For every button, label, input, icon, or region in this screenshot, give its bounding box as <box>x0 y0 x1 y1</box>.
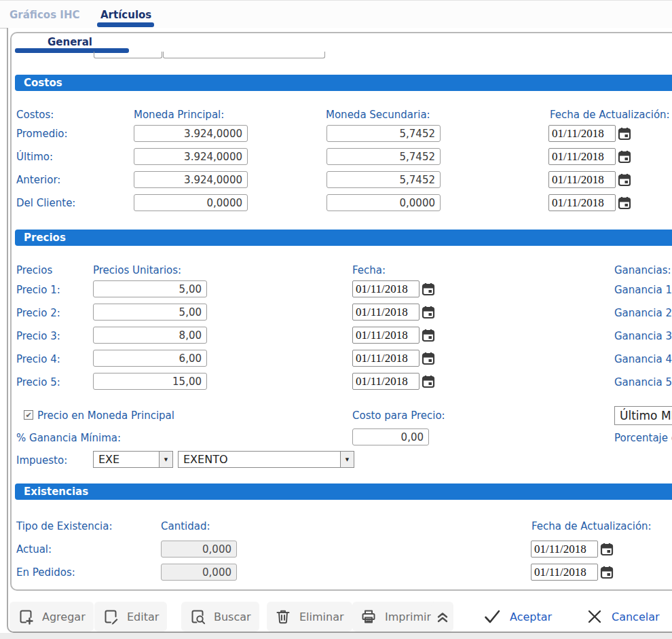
calendar-icon[interactable] <box>422 375 435 388</box>
document-search-icon <box>189 608 206 625</box>
imprimir-button[interactable]: Imprimir <box>352 602 439 632</box>
costo-para-precio-label: Costo para Precio: <box>352 409 445 422</box>
costo-cliente-ms-input[interactable]: 0,0000 <box>326 194 441 211</box>
double-chevron-up-icon <box>434 608 451 625</box>
trash-icon <box>274 608 292 625</box>
tab-graficos-ihc[interactable]: Gráficos IHC <box>10 9 79 21</box>
page-background-band <box>0 633 672 639</box>
eliminar-button[interactable]: Eliminar <box>267 602 352 632</box>
precio-row-label: Precio 2: <box>16 307 60 319</box>
existencia-actual-fecha-input[interactable]: 01/11/2018 <box>531 541 598 558</box>
aceptar-button[interactable]: Aceptar <box>482 602 552 632</box>
dropdown-arrow-icon[interactable] <box>340 452 354 467</box>
precios-col-label: Precios <box>16 264 52 276</box>
costo-ultimo-fecha-input[interactable]: 01/11/2018 <box>548 148 616 165</box>
tab-general[interactable]: General <box>48 36 92 48</box>
calendar-icon[interactable] <box>422 329 435 342</box>
check-icon <box>482 606 502 627</box>
buscar-label: Buscar <box>214 610 251 623</box>
articulos-window: Gráficos IHC Artículos General Costos Co… <box>0 0 672 639</box>
existencia-pedidos-fecha-input[interactable]: 01/11/2018 <box>531 564 598 581</box>
costo-anterior-ms-input[interactable]: 5,7452 <box>326 171 441 188</box>
impuesto-codigo-combo[interactable]: EXE <box>93 451 173 468</box>
buscar-button[interactable]: Buscar <box>181 602 259 632</box>
precio-row-label: Precio 3: <box>16 330 60 342</box>
existencia-actual-fecha: 01/11/2018 <box>531 541 614 558</box>
calendar-icon[interactable] <box>618 127 631 141</box>
costo-para-precio-select[interactable]: Último MP <box>614 406 672 425</box>
precio-2-fecha: 01/11/2018 <box>352 304 435 321</box>
costo-ultimo-ms-input[interactable]: 5,7452 <box>326 148 441 165</box>
precio-5-fecha-input[interactable]: 01/11/2018 <box>352 373 419 390</box>
costos-row-label: Del Cliente: <box>16 197 75 209</box>
costo-promedio-ms-input[interactable]: 5,7452 <box>326 125 441 142</box>
precios-col-fecha: Fecha: <box>352 264 386 276</box>
precio-1-input[interactable]: 5,00 <box>93 280 207 297</box>
existencia-row-label: En Pedidos: <box>16 566 75 579</box>
precios-col-unitarios: Precios Unitarios: <box>93 264 181 276</box>
costo-ultimo-mp-input[interactable]: 3.924,0000 <box>134 148 248 165</box>
costo-promedio-fecha-input[interactable]: 01/11/2018 <box>548 125 616 142</box>
precio-4-fecha-input[interactable]: 01/11/2018 <box>352 350 419 367</box>
existencia-actual-input: 0,000 <box>161 541 237 558</box>
precio-4-fecha: 01/11/2018 <box>352 350 435 367</box>
calendar-icon[interactable] <box>422 282 435 296</box>
precios-section-header: Precios <box>15 230 672 246</box>
precio-1-fecha-input[interactable]: 01/11/2018 <box>352 280 419 297</box>
impuesto-descripcion-combo[interactable]: EXENTO <box>178 451 354 468</box>
calendar-icon[interactable] <box>600 566 614 579</box>
existencias-section-title: Existencias <box>24 486 88 498</box>
existencias-section-header: Existencias <box>15 483 672 500</box>
calendar-icon[interactable] <box>422 352 435 365</box>
existencias-col-cantidad: Cantidad: <box>161 520 210 532</box>
costo-cliente-fecha: 01/11/2018 <box>548 194 631 211</box>
costos-col-moneda-secundaria: Moneda Secundaria: <box>326 109 430 121</box>
costos-col-moneda-principal: Moneda Principal: <box>134 109 224 121</box>
precio-moneda-principal-label: Precio en Moneda Principal <box>37 409 174 422</box>
calendar-icon[interactable] <box>422 306 435 319</box>
precio-3-input[interactable]: 8,00 <box>93 327 207 344</box>
impuesto-codigo-value: EXE <box>94 452 159 467</box>
costos-row-label: Anterior: <box>16 174 60 186</box>
existencias-col-tipo: Tipo de Existencia: <box>16 520 112 532</box>
dropdown-arrow-icon[interactable] <box>159 452 172 467</box>
precio-5-fecha: 01/11/2018 <box>352 373 435 390</box>
costo-anterior-fecha-input[interactable]: 01/11/2018 <box>548 171 616 188</box>
precios-section-title: Precios <box>24 232 66 244</box>
precio-5-input[interactable]: 15,00 <box>93 373 207 390</box>
calendar-icon[interactable] <box>600 543 614 556</box>
tab-articulos[interactable]: Artículos <box>100 9 151 21</box>
ganancia-row-label: Ganancia 3: <box>614 330 672 342</box>
precio-row-label: Precio 5: <box>16 376 60 388</box>
close-icon <box>585 607 604 626</box>
costo-promedio-fecha: 01/11/2018 <box>548 125 631 142</box>
costo-cliente-mp-input[interactable]: 0,0000 <box>134 194 248 211</box>
agregar-button[interactable]: Agregar <box>10 602 94 632</box>
costos-col-label: Costos: <box>16 109 54 121</box>
precio-2-fecha-input[interactable]: 01/11/2018 <box>352 304 419 321</box>
clipped-descripcion-field[interactable] <box>163 52 325 58</box>
porcentaje-label: Porcentaje de <box>614 432 672 444</box>
costo-promedio-mp-input[interactable]: 3.924,0000 <box>134 125 248 142</box>
ganancia-minima-input[interactable]: 0,00 <box>352 428 429 445</box>
costos-row-label: Promedio: <box>16 128 68 140</box>
ganancia-row-label: Ganancia 2: <box>614 307 672 319</box>
calendar-icon[interactable] <box>618 150 631 164</box>
costo-cliente-fecha-input[interactable]: 01/11/2018 <box>548 194 616 211</box>
precio-3-fecha-input[interactable]: 01/11/2018 <box>352 327 419 344</box>
precio-4-input[interactable]: 6,00 <box>93 350 207 367</box>
precio-moneda-principal-checkbox[interactable] <box>24 410 33 420</box>
eliminar-label: Eliminar <box>299 610 344 623</box>
calendar-icon[interactable] <box>618 173 631 187</box>
costos-col-fecha: Fecha de Actualización: <box>550 109 670 121</box>
precio-2-input[interactable]: 5,00 <box>93 304 207 321</box>
clipped-codigo-field[interactable] <box>94 52 162 58</box>
costo-anterior-mp-input[interactable]: 3.924,0000 <box>134 171 248 188</box>
aceptar-label: Aceptar <box>510 610 552 623</box>
document-edit-icon <box>102 608 119 625</box>
cancelar-button[interactable]: Cancelar <box>585 602 660 632</box>
collapse-toolbar-button[interactable] <box>431 602 453 632</box>
calendar-icon[interactable] <box>618 196 631 210</box>
editar-button[interactable]: Editar <box>94 602 167 632</box>
existencias-col-fecha: Fecha de Actualización: <box>531 520 652 532</box>
